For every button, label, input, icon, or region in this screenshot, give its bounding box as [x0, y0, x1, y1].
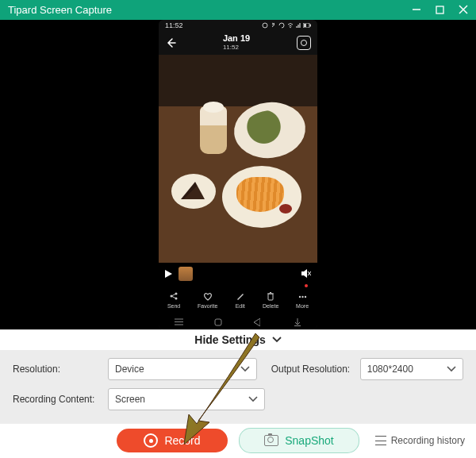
svg-point-23 — [304, 296, 305, 298]
recording-content-value: Screen — [115, 394, 145, 405]
back-button[interactable] — [165, 37, 176, 48]
hide-settings-label: Hide Settings — [194, 333, 265, 346]
window-controls — [412, 5, 468, 14]
play-button[interactable] — [165, 270, 172, 278]
svg-rect-8 — [310, 24, 312, 26]
svg-line-17 — [171, 296, 176, 298]
output-resolution-select[interactable]: 1080*2400 — [360, 358, 463, 380]
progress-track[interactable] — [199, 268, 295, 279]
maximize-button[interactable] — [436, 6, 444, 14]
status-time: 11:52 — [165, 21, 183, 29]
nav-home-icon[interactable] — [214, 318, 222, 326]
mute-button[interactable] — [301, 269, 311, 278]
snapshot-button[interactable]: SnapShot — [239, 428, 359, 453]
action-label: Favorite — [198, 303, 217, 309]
settings-row: Resolution: Device Output Resolution: 10… — [13, 358, 463, 380]
output-resolution-label: Output Resolution: — [271, 364, 360, 375]
svg-rect-27 — [215, 319, 221, 325]
battery-icon — [303, 23, 311, 28]
recording-history-label: Recording history — [391, 435, 465, 446]
decor-fries — [236, 177, 284, 212]
chevron-down-icon — [248, 396, 258, 402]
reload-icon — [278, 22, 285, 29]
recording-history-link[interactable]: Recording history — [375, 435, 465, 446]
svg-point-22 — [301, 296, 303, 298]
back-icon — [165, 37, 176, 48]
trash-icon — [266, 291, 276, 302]
recording-content-field: Recording Content: Screen — [13, 388, 265, 410]
action-favorite[interactable]: Favorite — [198, 291, 217, 309]
phone-navbar — [159, 315, 317, 329]
wifi-icon — [287, 22, 294, 29]
recording-content-select[interactable]: Screen — [108, 388, 265, 410]
action-send[interactable]: Send — [167, 291, 180, 309]
svg-line-16 — [171, 294, 176, 296]
bottom-bar: Record SnapShot Recording history — [0, 423, 476, 458]
output-resolution-field: Output Resolution: 1080*2400 — [271, 358, 463, 380]
decor-table — [159, 55, 317, 263]
mute-icon — [301, 269, 311, 278]
settings-row: Recording Content: Screen — [13, 388, 463, 410]
svg-point-5 — [290, 27, 291, 29]
play-icon — [165, 270, 172, 278]
photo-date-time: 11:52 — [223, 43, 250, 52]
hide-settings-toggle[interactable]: Hide Settings — [0, 329, 476, 350]
minimize-icon — [412, 5, 421, 14]
record-label: Record — [164, 434, 200, 447]
titlebar: Tipard Screen Capture — [0, 0, 476, 20]
decor-ketchup — [279, 204, 292, 214]
link-icon — [262, 22, 268, 29]
snapshot-label: SnapShot — [285, 434, 334, 447]
action-edit[interactable]: Edit — [235, 291, 245, 309]
thumbnail[interactable] — [178, 267, 193, 281]
bluetooth-icon — [271, 22, 276, 28]
photo-header: Jan 19 11:52 — [159, 31, 317, 55]
photo-date: Jan 19 11:52 — [223, 34, 250, 52]
decor-cake — [181, 182, 205, 199]
action-label: More — [296, 303, 309, 309]
preview-area: 11:52 Jan 19 11:52 — [0, 20, 476, 329]
close-button[interactable] — [459, 5, 468, 14]
dots-icon — [298, 291, 308, 302]
settings-panel: Resolution: Device Output Resolution: 10… — [0, 350, 476, 423]
svg-point-4 — [263, 23, 267, 28]
app-title: Tipard Screen Capture — [8, 4, 412, 16]
record-icon — [144, 433, 158, 448]
decor-fries-plate — [222, 166, 301, 228]
list-icon — [375, 436, 386, 445]
phone-statusbar: 11:52 — [159, 20, 317, 31]
svg-point-21 — [298, 296, 300, 298]
decor-cake-plate — [171, 174, 216, 209]
photo-image — [159, 55, 317, 263]
svg-marker-10 — [301, 269, 307, 278]
close-icon — [459, 5, 468, 14]
resolution-field: Resolution: Device — [13, 358, 257, 380]
svg-rect-7 — [304, 24, 306, 27]
recording-content-label: Recording Content: — [13, 394, 108, 405]
share-icon — [169, 291, 179, 302]
app-window: Tipard Screen Capture 11:52 — [0, 0, 476, 458]
nav-menu-icon[interactable] — [175, 318, 182, 326]
resolution-value: Device — [115, 364, 144, 375]
chevron-down-icon — [272, 337, 282, 343]
chevron-down-icon — [240, 366, 250, 372]
record-button[interactable]: Record — [117, 429, 228, 452]
status-icons — [262, 22, 311, 29]
svg-marker-28 — [254, 318, 260, 326]
action-delete[interactable]: Delete — [263, 291, 278, 309]
camera-icon — [264, 435, 278, 446]
resolution-select[interactable]: Device — [108, 358, 257, 380]
lens-button[interactable] — [297, 36, 311, 50]
action-label: Delete — [263, 303, 278, 309]
svg-marker-9 — [165, 270, 172, 278]
minimize-button[interactable] — [412, 5, 421, 14]
output-resolution-value: 1080*2400 — [367, 364, 413, 375]
photo-date-text: Jan 19 — [223, 34, 250, 43]
player-bar — [159, 263, 317, 285]
nav-down-icon[interactable] — [294, 318, 301, 326]
pencil-icon — [235, 291, 245, 302]
signal-icon — [296, 22, 301, 29]
photo-actions: Send Favorite Edit Delete More — [159, 285, 317, 315]
nav-back-icon[interactable] — [254, 318, 262, 326]
action-more[interactable]: More — [296, 291, 309, 309]
